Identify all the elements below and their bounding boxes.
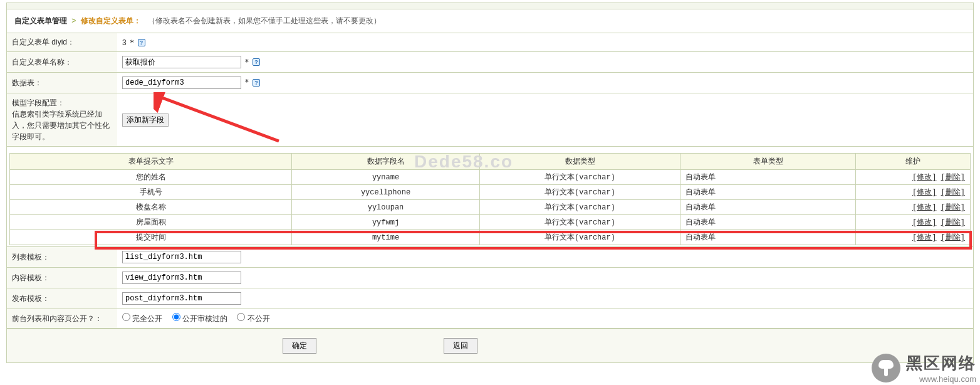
cell-fieldname: yycellphone bbox=[292, 185, 480, 200]
label-name: 自定义表单名称： bbox=[7, 52, 117, 73]
required-mark: * bbox=[244, 78, 249, 87]
table-row: 手机号yycellphone单行文本(varchar)自动表单[修改] [删除] bbox=[10, 185, 971, 200]
edit-link[interactable]: [修改] bbox=[912, 203, 936, 212]
radio-private-text: 不公开 bbox=[248, 314, 270, 323]
annotation-arrow bbox=[154, 92, 291, 149]
delete-link[interactable]: [删除] bbox=[941, 173, 965, 182]
breadcrumb-hint: （修改表名不会创建新表，如果您不懂手工处理这些表，请不要更改） bbox=[148, 16, 381, 25]
radio-private[interactable] bbox=[237, 313, 245, 321]
cell-actions: [修改] [删除] bbox=[856, 230, 971, 245]
delete-link[interactable]: [删除] bbox=[941, 203, 965, 212]
cell-fieldname: mytime bbox=[292, 230, 480, 245]
row-fieldtable: Dede58.co 表单提示文字 数据字段名 数据类型 表单类型 维护 bbox=[7, 147, 973, 247]
delete-link[interactable]: [删除] bbox=[941, 233, 965, 242]
table-row: 房屋面积yyfwmj单行文本(varchar)自动表单[修改] [删除] bbox=[10, 215, 971, 230]
admin-panel: 自定义表单管理 > 修改自定义表单： （修改表名不会创建新表，如果您不懂手工处理… bbox=[6, 3, 974, 363]
row-diyid: 自定义表单 diyid： 3 * ? bbox=[7, 33, 973, 52]
radio-audited-text: 公开审核过的 bbox=[182, 314, 227, 323]
cell-formtype: 自动表单 bbox=[680, 230, 856, 245]
cell-datatype: 单行文本(varchar) bbox=[480, 230, 680, 245]
truncated-top-bar bbox=[7, 3, 973, 9]
cell-fieldname: yyfwmj bbox=[292, 215, 480, 230]
back-button[interactable]: 返回 bbox=[444, 338, 477, 354]
ok-button[interactable]: 确定 bbox=[283, 338, 316, 354]
cell-formtype: 自动表单 bbox=[680, 200, 856, 215]
edit-link[interactable]: [修改] bbox=[912, 173, 936, 182]
cell-datatype: 单行文本(varchar) bbox=[480, 200, 680, 215]
th-fieldname: 数据字段名 bbox=[292, 154, 480, 170]
view-template-input[interactable] bbox=[122, 272, 241, 284]
radio-full-public-label[interactable]: 完全公开 bbox=[122, 314, 162, 323]
fields-header-row: 表单提示文字 数据字段名 数据类型 表单类型 维护 bbox=[10, 154, 971, 170]
cell-public: 完全公开 公开审核过的 不公开 bbox=[117, 309, 973, 329]
label-table: 数据表： bbox=[7, 73, 117, 93]
row-table: 数据表： * ? bbox=[7, 73, 973, 93]
required-mark: * bbox=[130, 38, 134, 47]
breadcrumb-link-mgmt[interactable]: 自定义表单管理 bbox=[14, 16, 67, 25]
th-prompt: 表单提示文字 bbox=[10, 154, 292, 170]
row-name: 自定义表单名称： * ? bbox=[7, 52, 973, 73]
form-table: 自定义表单 diyid： 3 * ? 自定义表单名称： * ? 数据表： bbox=[7, 33, 973, 329]
radio-private-label[interactable]: 不公开 bbox=[237, 314, 269, 323]
breadcrumb-current: 修改自定义表单： bbox=[81, 16, 141, 25]
row-posttpl: 发布模板： bbox=[7, 288, 973, 309]
row-public: 前台列表和内容页公开？： 完全公开 公开审核过的 不公开 bbox=[7, 309, 973, 329]
delete-link[interactable]: [删除] bbox=[941, 188, 965, 197]
th-formtype: 表单类型 bbox=[680, 154, 856, 170]
post-template-input[interactable] bbox=[122, 292, 241, 305]
site-brand: 黑区网络 www.heiqu.com bbox=[872, 352, 976, 366]
edit-link[interactable]: [修改] bbox=[912, 188, 936, 197]
row-fieldcfg: 模型字段配置： 信息索引类字段系统已经加入，您只需要增加其它个性化字段即可。 添… bbox=[7, 93, 973, 147]
cell-datatype: 单行文本(varchar) bbox=[480, 215, 680, 230]
cell-prompt: 您的姓名 bbox=[10, 170, 292, 185]
breadcrumb-sep: > bbox=[71, 16, 76, 25]
data-table-input[interactable] bbox=[122, 76, 241, 89]
cell-prompt: 楼盘名称 bbox=[10, 200, 292, 215]
cell-prompt: 手机号 bbox=[10, 185, 292, 200]
cell-actions: [修改] [删除] bbox=[856, 215, 971, 230]
table-row: 楼盘名称yyloupan单行文本(varchar)自动表单[修改] [删除] bbox=[10, 200, 971, 215]
svg-line-0 bbox=[157, 96, 279, 141]
th-maintain: 维护 bbox=[856, 154, 971, 170]
cell-fieldname: yyname bbox=[292, 170, 480, 185]
cell-datatype: 单行文本(varchar) bbox=[480, 185, 680, 200]
th-datatype: 数据类型 bbox=[480, 154, 680, 170]
radio-full-public-text: 完全公开 bbox=[132, 314, 162, 323]
cell-formtype: 自动表单 bbox=[680, 215, 856, 230]
edit-link[interactable]: [修改] bbox=[912, 233, 936, 242]
table-row: 提交时间mytime单行文本(varchar)自动表单[修改] [删除] bbox=[10, 230, 971, 245]
radio-audited-label[interactable]: 公开审核过的 bbox=[172, 314, 227, 323]
fieldtable-cell: Dede58.co 表单提示文字 数据字段名 数据类型 表单类型 维护 bbox=[7, 147, 973, 247]
label-posttpl: 发布模板： bbox=[7, 288, 117, 309]
help-icon[interactable]: ? bbox=[253, 79, 260, 87]
help-icon[interactable]: ? bbox=[253, 58, 260, 66]
row-viewtpl: 内容模板： bbox=[7, 268, 973, 288]
breadcrumb: 自定义表单管理 > 修改自定义表单： （修改表名不会创建新表，如果您不懂手工处理… bbox=[7, 9, 973, 33]
edit-link[interactable]: [修改] bbox=[912, 218, 936, 227]
fields-grid: 表单提示文字 数据字段名 数据类型 表单类型 维护 您的姓名yyname单行文本… bbox=[9, 153, 971, 245]
add-field-button[interactable]: 添加新字段 bbox=[122, 113, 169, 127]
cell-table: * ? bbox=[117, 73, 973, 93]
delete-link[interactable]: [删除] bbox=[941, 218, 965, 227]
cell-actions: [修改] [删除] bbox=[856, 170, 971, 185]
cell-name: * ? bbox=[117, 52, 973, 73]
cell-formtype: 自动表单 bbox=[680, 185, 856, 200]
form-name-input[interactable] bbox=[122, 56, 241, 68]
radio-audited[interactable] bbox=[172, 313, 180, 321]
row-listtpl: 列表模板： bbox=[7, 247, 973, 268]
required-mark: * bbox=[244, 58, 249, 66]
diyid-value: 3 bbox=[122, 38, 127, 47]
label-diyid: 自定义表单 diyid： bbox=[7, 33, 117, 52]
cell-actions: [修改] [删除] bbox=[856, 185, 971, 200]
cell-actions: [修改] [删除] bbox=[856, 200, 971, 215]
radio-full-public[interactable] bbox=[122, 313, 130, 321]
label-fieldcfg: 模型字段配置： 信息索引类字段系统已经加入，您只需要增加其它个性化字段即可。 bbox=[7, 93, 117, 147]
brand-logo-icon bbox=[872, 354, 900, 366]
table-row: 您的姓名yyname单行文本(varchar)自动表单[修改] [删除] bbox=[10, 170, 971, 185]
help-icon[interactable]: ? bbox=[138, 39, 145, 46]
list-template-input[interactable] bbox=[122, 251, 241, 263]
brand-title: 黑区网络 bbox=[906, 354, 976, 366]
label-public: 前台列表和内容页公开？： bbox=[7, 309, 117, 329]
cell-diyid: 3 * ? bbox=[117, 33, 973, 52]
submit-row: 确定 返回 bbox=[7, 329, 973, 362]
